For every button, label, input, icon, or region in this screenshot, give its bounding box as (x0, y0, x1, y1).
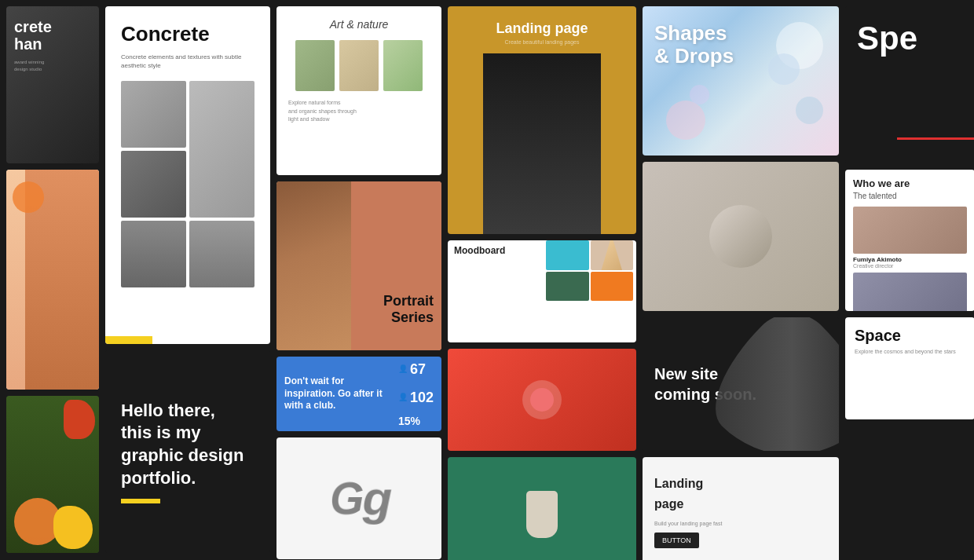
stat3-value: 15% (398, 412, 434, 431)
concrete-subtitle: Concrete elements and textures with subt… (121, 53, 254, 70)
concrete-img-4 (121, 221, 186, 287)
card-landing-2[interactable]: Landing page Build your landing page fas… (643, 457, 839, 560)
landing2-button[interactable]: BUTTON (654, 533, 699, 548)
moodboard-item-cyan (546, 240, 589, 270)
column-2: Concrete Concrete elements and textures … (105, 6, 270, 554)
card-shapes-drops[interactable]: Shapes & Drops (643, 6, 839, 156)
card-new-site[interactable]: New site coming soon. (643, 317, 839, 451)
landing-model-figure (483, 53, 601, 234)
spec-red-line (897, 137, 974, 140)
bubble-2 (768, 53, 800, 85)
space-body: Explore the cosmos and beyond the stars (855, 348, 965, 356)
cone-shape (600, 240, 624, 270)
yellow-stripe (105, 336, 152, 344)
art-content: Art & nature Explore natural formsand or… (276, 6, 441, 136)
card-gray-abstract[interactable] (643, 162, 839, 311)
card-hello[interactable]: Hello there, this is my graphic design p… (105, 350, 270, 553)
card-landing-gold[interactable]: Landing page Create beautiful landing pa… (448, 6, 636, 234)
landing2-title-line1: Landing (654, 477, 827, 491)
card-space[interactable]: Space Explore the cosmos and beyond the … (845, 317, 974, 419)
card-red-block[interactable] (448, 349, 636, 451)
person-1-name: Fumiya Akimoto (853, 256, 967, 263)
shapes-text: Shapes & Drops (654, 22, 734, 67)
card-portrait[interactable]: Portrait Series (276, 181, 441, 350)
landing2-body: Build your landing page fast (654, 521, 827, 526)
hello-line3: graphic design (121, 445, 254, 467)
space-title: Space (855, 327, 965, 345)
card-person-pink[interactable] (6, 170, 99, 390)
landing2-content: Landing page Build your landing page fas… (643, 457, 839, 560)
vase-content (448, 457, 636, 560)
gallery-container: crete han award winningdesign studio (0, 0, 974, 560)
moodboard-label: Moodboard (448, 240, 541, 324)
art-body-text: Explore natural formsand organic shapes … (288, 99, 430, 124)
bubble-5 (690, 85, 709, 104)
portrait-title-line1: Portrait (383, 293, 434, 310)
landing2-title-line2: page (654, 497, 827, 511)
card-concrete[interactable]: Concrete Concrete elements and textures … (105, 6, 270, 344)
hello-line4: portfolio. (121, 467, 254, 490)
landing-gold-subtitle: Create beautiful landing pages (448, 39, 636, 45)
card-vase[interactable] (448, 457, 636, 560)
card-crete[interactable]: crete han award winningdesign studio (6, 6, 99, 163)
red-block-content (448, 349, 636, 451)
moodboard-item-cone (591, 240, 634, 270)
art-title: Art & nature (288, 18, 430, 31)
whoweare-subtitle: The talented (853, 192, 967, 200)
column-3: Art & nature Explore natural formsand or… (276, 6, 441, 554)
gray-circle (709, 205, 772, 268)
bubble-3 (666, 101, 705, 140)
card-art-nature[interactable]: Art & nature Explore natural formsand or… (276, 6, 441, 175)
hello-text: Hello there, this is my graphic design p… (121, 400, 254, 489)
hello-content: Hello there, this is my graphic design p… (105, 350, 270, 553)
crete-title-line1: crete (14, 18, 52, 35)
fruit-yellow (53, 506, 93, 549)
shapes-line1: Shapes (654, 22, 734, 45)
person-1: Fumiya Akimoto Creative director (853, 207, 967, 269)
column-1: crete han award winningdesign studio (6, 6, 99, 554)
red-inner-circle (530, 388, 554, 412)
person-2: Sebastian Adams Developer (853, 273, 967, 311)
gray-abstract-content (643, 162, 839, 311)
crete-text-block: crete han award winningdesign studio (14, 18, 52, 73)
person-pink-overlay (13, 181, 93, 213)
whoweare-content: Who we are The talented Fumiya Akimoto C… (845, 170, 974, 311)
card-dont-wait[interactable]: Don't wait for inspiration. Go after it … (276, 357, 441, 431)
stat2-value: 102 (410, 385, 434, 410)
stat1-value: 67 (410, 357, 426, 382)
portrait-content: Portrait Series (276, 181, 441, 350)
column-4: Landing page Create beautiful landing pa… (448, 6, 636, 554)
shapes-line2: & Drops (654, 45, 734, 68)
card-spec[interactable]: Spe (845, 6, 974, 163)
hello-line2: this is my (121, 422, 254, 445)
ribbon-shape (692, 317, 839, 451)
concrete-img-3 (121, 151, 186, 218)
crete-body: award winningdesign studio (14, 59, 52, 73)
dont-wait-text: Don't wait for inspiration. Go after it … (284, 375, 390, 412)
dont-wait-content: Don't wait for inspiration. Go after it … (276, 357, 441, 431)
moodboard-item-dark-green (546, 272, 589, 302)
card-3d-type[interactable]: Gg (276, 437, 441, 559)
shapes-title: Shapes & Drops (654, 22, 734, 67)
hello-line1: Hello there, (121, 400, 254, 423)
new-site-ribbon-container (643, 317, 839, 451)
card-who-we-are[interactable]: Who we are The talented Fumiya Akimoto C… (845, 170, 974, 311)
art-img-2 (339, 40, 379, 91)
concrete-content: Concrete Concrete elements and textures … (105, 6, 270, 309)
type3d-text: Gg (331, 470, 391, 527)
art-img-1 (295, 40, 335, 91)
column-6: Spe Who we are The talented Fumiya Akimo… (845, 6, 974, 554)
hello-yellow-bar (121, 499, 160, 503)
card-moodboard[interactable]: Moodboard (448, 240, 636, 342)
landing-gold-title: Landing page (448, 20, 636, 37)
moodboard-item-orange (591, 272, 634, 302)
fruit-bg (6, 396, 99, 553)
stat-person2-icon: 👤 102 (398, 385, 434, 410)
dont-wait-stats: 👤 67 👤 102 15% (398, 357, 434, 431)
portrait-text: Portrait Series (383, 293, 434, 327)
vase-shape (526, 491, 558, 538)
card-fruit[interactable] (6, 396, 99, 553)
orange-circle (13, 181, 44, 213)
art-img-3 (383, 40, 423, 91)
concrete-image-grid (121, 81, 254, 287)
